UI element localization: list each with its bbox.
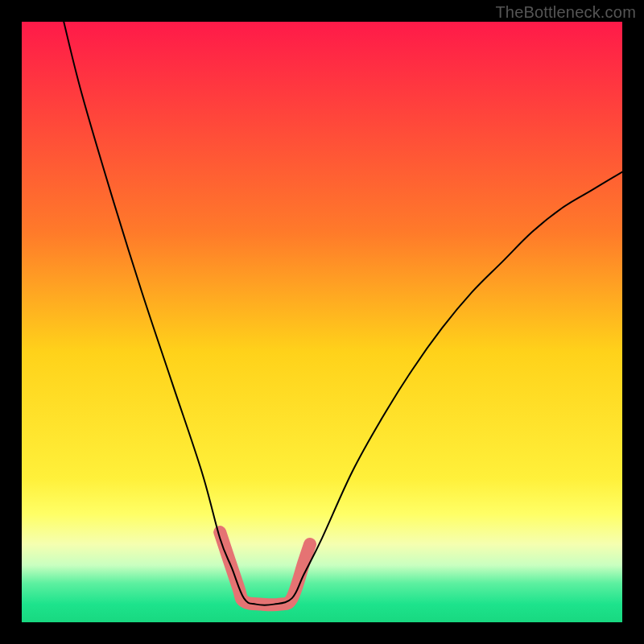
watermark-text: TheBottleneck.com bbox=[495, 3, 636, 22]
chart-plot-area bbox=[22, 22, 622, 622]
chart-background bbox=[22, 22, 622, 622]
chart-frame: TheBottleneck.com bbox=[0, 0, 644, 644]
chart-svg bbox=[22, 22, 622, 622]
